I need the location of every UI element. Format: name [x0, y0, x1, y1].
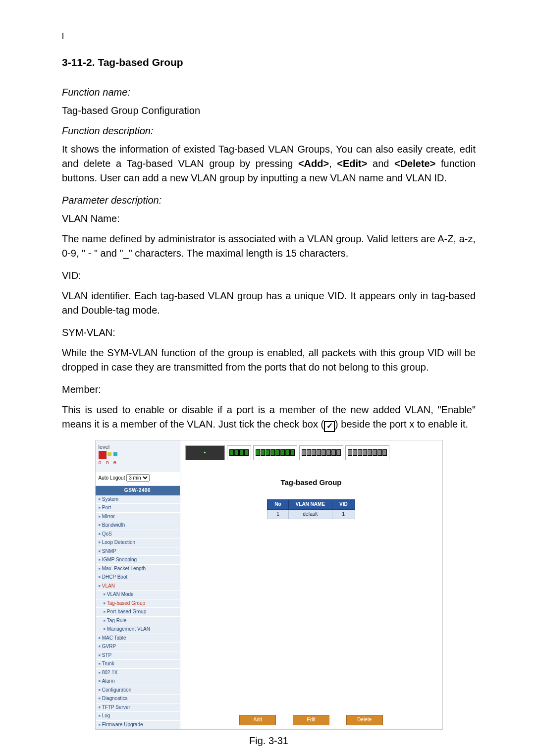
sidebar-item-mac-table[interactable]: ■MAC Table: [96, 634, 180, 643]
fn-desc-sep-2: and: [367, 158, 394, 169]
sidebar-item-management-vlan[interactable]: ■Management VLAN: [96, 625, 180, 634]
param-vlan-name-heading: VLAN Name:: [62, 212, 476, 226]
table-cell-no: 1: [268, 509, 288, 519]
sidebar-item-trunk[interactable]: ■Trunk: [96, 660, 180, 669]
sidebar-item-802-1x[interactable]: ■802.1X: [96, 669, 180, 678]
sidebar-item-label: 802.1X: [102, 670, 118, 675]
logo-subtext: o n e: [99, 459, 118, 465]
sidebar-item-alarm[interactable]: ■Alarm: [96, 677, 180, 686]
bullet-icon: ■: [99, 714, 101, 717]
document-page: l 3-11-2. Tag-based Group Function name:…: [0, 0, 535, 756]
bullet-icon: ■: [99, 662, 101, 665]
bullet-icon: ■: [104, 601, 106, 605]
bullet-icon: ■: [99, 558, 101, 561]
bullet-icon: ■: [99, 671, 101, 674]
sidebar-item-stp[interactable]: ■STP: [96, 651, 180, 660]
sidebar-item-label: STP: [102, 652, 111, 658]
sidebar-item-vlan[interactable]: ■VLAN: [96, 582, 180, 591]
sidebar-item-mirror[interactable]: ■Mirror: [96, 513, 180, 522]
sidebar-item-log[interactable]: ■Log: [96, 712, 180, 721]
content-title: Tag-based Group: [185, 477, 437, 488]
param-member-text: This is used to enable or disable if a p…: [62, 403, 476, 432]
bullet-icon: ■: [99, 645, 101, 648]
param-vid-text: VLAN identifier. Each tag-based VLAN gro…: [62, 289, 476, 318]
sidebar-item-qos[interactable]: ■QoS: [96, 530, 180, 539]
table-header-vlanname: VLAN NAME: [288, 500, 332, 510]
parameter-description-label: Parameter description:: [62, 193, 476, 208]
section-title-text: Tag-based Group: [98, 56, 183, 68]
bullet-icon: ■: [99, 679, 101, 683]
sidebar-item-label: GVRP: [102, 644, 116, 649]
sidebar-item-bandwidth[interactable]: ■Bandwidth: [96, 521, 180, 530]
device-ports-group: [299, 445, 343, 460]
bullet-icon: ■: [99, 723, 101, 726]
sidebar-item-diagnostics[interactable]: ■Diagnostics: [96, 695, 180, 703]
sidebar-item-label: Max. Packet Length: [102, 566, 146, 571]
sidebar-item-label: Management VLAN: [107, 626, 150, 632]
bullet-icon: ■: [99, 506, 101, 509]
sidebar-item-max-packet-length[interactable]: ■Max. Packet Length: [96, 565, 180, 574]
bullet-icon: ■: [104, 627, 106, 631]
sidebar-item-dhcp-boot[interactable]: ■DHCP Boot: [96, 573, 180, 582]
function-name-label: Function name:: [62, 85, 476, 100]
sidebar-item-label: Port-based Group: [107, 609, 147, 614]
sidebar-item-label: Mirror: [102, 514, 115, 519]
sidebar-item-gvrp[interactable]: ■GVRP: [96, 643, 180, 651]
bullet-icon: ■: [99, 549, 101, 553]
auto-logout-select[interactable]: 3 min: [126, 474, 150, 482]
param-member-heading: Member:: [62, 382, 476, 397]
logo: level o n e: [96, 440, 180, 472]
table-header-row: No VLAN NAME VID: [268, 500, 355, 510]
logo-block-icon: [99, 451, 107, 459]
table-row[interactable]: 1 default 1: [268, 509, 355, 519]
bullet-icon: ■: [99, 523, 101, 527]
bullet-icon: ■: [99, 515, 101, 518]
sidebar-item-igmp-snooping[interactable]: ■IGMP Snooping: [96, 556, 180, 565]
param-vid-heading: VID:: [62, 269, 476, 283]
sidebar-item-system[interactable]: ■System: [96, 495, 180, 504]
fn-desc-sep-1: ,: [329, 158, 337, 169]
delete-button[interactable]: Delete: [346, 715, 383, 725]
bullet-icon: ■: [99, 636, 101, 640]
sidebar-item-tag-rule[interactable]: ■Tag Rule: [96, 617, 180, 626]
fn-desc-edit-keyword: <Edit>: [337, 158, 367, 169]
sidebar-item-label: Port: [102, 505, 111, 510]
sidebar-item-label: Configuration: [102, 687, 131, 693]
sidebar-item-vlan-mode[interactable]: ■VLAN Mode: [96, 591, 180, 599]
sidebar-item-label: Loop Detection: [102, 540, 135, 545]
edit-button[interactable]: Edit: [293, 715, 329, 725]
figure-caption: Fig. 3-31: [62, 734, 476, 748]
sidebar-item-label: VLAN Mode: [107, 592, 134, 597]
sidebar-item-tag-based-group[interactable]: ■Tag-based Group: [96, 599, 180, 608]
auto-logout-control: Auto Logout 3 min: [96, 472, 180, 486]
button-row: Add Edit Delete: [180, 711, 442, 725]
bullet-icon: ■: [99, 688, 101, 692]
table-cell-vlanname: default: [288, 509, 332, 519]
sidebar-item-port[interactable]: ■Port: [96, 504, 180, 513]
sidebar-item-label: System: [102, 496, 118, 502]
main-content: ■ Tag-based Group No: [180, 440, 442, 730]
nav-list: ■System■Port■Mirror■Bandwidth■QoS■Loop D…: [96, 495, 180, 730]
table-header-no: No: [268, 500, 288, 510]
vlan-table: No VLAN NAME VID 1 default 1: [267, 499, 355, 519]
sidebar-item-label: Trunk: [102, 661, 114, 666]
fn-desc-delete-keyword: <Delete>: [394, 158, 435, 169]
sidebar-item-loop-detection[interactable]: ■Loop Detection: [96, 539, 180, 547]
device-ports-group: [227, 445, 251, 460]
sidebar-item-configuration[interactable]: ■Configuration: [96, 686, 180, 695]
sidebar-item-snmp[interactable]: ■SNMP: [96, 547, 180, 556]
table-header-vid: VID: [332, 500, 355, 510]
device-ports-group: [345, 445, 389, 460]
sidebar-item-port-based-group[interactable]: ■Port-based Group: [96, 608, 180, 617]
add-button[interactable]: Add: [239, 715, 276, 725]
function-description-text: It shows the information of existed Tag-…: [62, 142, 476, 185]
function-name-value: Tag-based Group Configuration: [62, 104, 476, 118]
sidebar-item-label: MAC Table: [102, 635, 126, 641]
bullet-icon: ■: [99, 540, 101, 544]
logo-square-icon: [107, 452, 111, 456]
top-mark: l: [62, 30, 476, 43]
function-description-label: Function description:: [62, 124, 476, 138]
bullet-icon: ■: [99, 532, 101, 536]
sidebar-item-tftp-server[interactable]: ■TFTP Server: [96, 703, 180, 712]
sidebar-item-firmware-upgrade[interactable]: ■Firmware Upgrade: [96, 721, 180, 730]
